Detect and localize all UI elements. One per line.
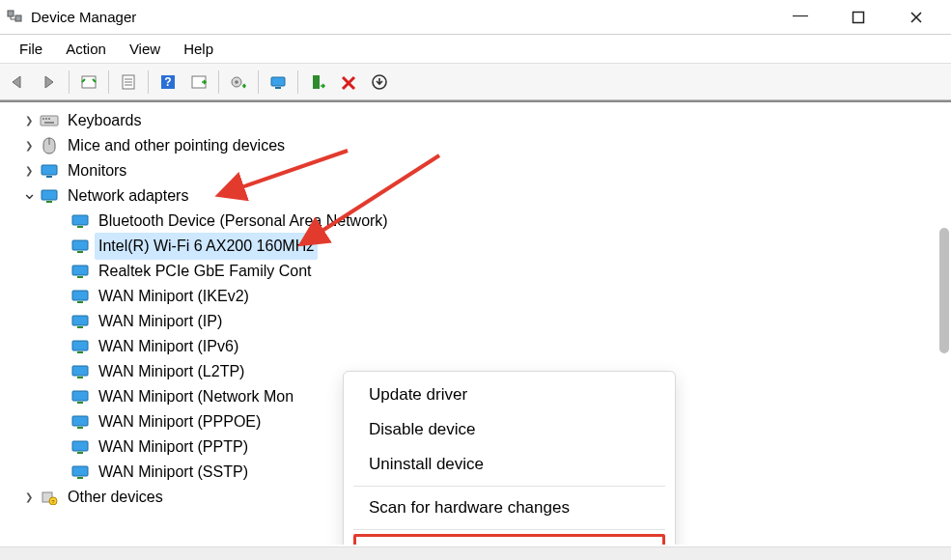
toolbar: ? (0, 64, 951, 100)
network-icon (39, 187, 60, 205)
adapter-label: WAN Miniport (SSTP) (95, 459, 252, 486)
adapter-label: WAN Miniport (Network Mon (95, 383, 297, 410)
category-label: Network adapters (64, 182, 192, 210)
svg-rect-14 (275, 87, 281, 89)
svg-rect-41 (72, 391, 88, 401)
svg-rect-44 (77, 427, 83, 429)
ctx-scan-hardware[interactable]: Scan for hardware changes (344, 490, 675, 525)
svg-rect-32 (77, 276, 83, 278)
network-adapter-icon (70, 263, 91, 280)
menu-view[interactable]: View (118, 37, 172, 61)
svg-rect-19 (45, 118, 47, 120)
close-button[interactable] (887, 0, 945, 35)
ctx-uninstall-device[interactable]: Uninstall device (344, 447, 675, 482)
svg-rect-24 (46, 176, 52, 178)
adapter-item[interactable]: WAN Miniport (IP) (50, 309, 951, 334)
category-label: Other devices (64, 484, 167, 511)
network-adapter-icon (70, 388, 91, 406)
mouse-icon (39, 137, 60, 154)
adapter-label: WAN Miniport (PPTP) (95, 434, 252, 461)
svg-text:?: ? (164, 75, 171, 89)
ctx-separator (353, 486, 665, 487)
enable-device-icon[interactable] (303, 68, 332, 97)
category-mice[interactable]: Mice and other pointing devices (19, 133, 951, 158)
adapter-item[interactable]: WAN Miniport (IPv6) (50, 334, 951, 359)
menu-action[interactable]: Action (54, 37, 118, 61)
maximize-button[interactable] (829, 0, 887, 35)
svg-rect-39 (72, 366, 88, 376)
monitor-icon (39, 162, 60, 180)
remove-device-icon[interactable] (334, 68, 363, 97)
network-adapter-icon (70, 338, 91, 355)
help-icon[interactable]: ? (154, 68, 182, 97)
adapter-item[interactable]: Realtek PCIe GbE Family Cont (50, 259, 951, 284)
ctx-disable-device[interactable]: Disable device (344, 412, 675, 447)
properties-sheet-icon[interactable] (114, 68, 143, 97)
category-network-adapters[interactable]: Network adapters (19, 183, 951, 209)
ctx-properties[interactable]: Properties (353, 534, 665, 545)
adapter-item[interactable]: Intel(R) Wi-Fi 6 AX200 160MHz (50, 234, 951, 259)
svg-rect-13 (271, 77, 285, 86)
network-adapter-icon (70, 288, 91, 305)
toolbar-separator (218, 70, 219, 94)
category-keyboards[interactable]: Keyboards (19, 108, 951, 133)
network-adapter-icon (70, 212, 91, 230)
adapter-item[interactable]: Bluetooth Device (Personal Area Network) (50, 209, 951, 234)
action-list-icon[interactable] (184, 68, 213, 97)
network-adapter-icon (70, 438, 91, 456)
svg-rect-23 (42, 165, 57, 175)
menu-help[interactable]: Help (172, 37, 225, 61)
expand-icon[interactable] (19, 133, 39, 158)
adapter-item[interactable]: WAN Miniport (IKEv2) (50, 284, 951, 309)
svg-rect-25 (42, 190, 57, 200)
network-adapter-icon (70, 463, 91, 481)
expand-icon[interactable] (19, 108, 39, 133)
svg-rect-27 (72, 215, 88, 225)
uninstall-icon[interactable] (365, 68, 394, 97)
forward-arrow-icon[interactable] (35, 68, 64, 97)
menu-file[interactable]: File (8, 37, 54, 61)
svg-rect-33 (72, 291, 88, 300)
svg-point-12 (235, 80, 238, 84)
update-driver-icon[interactable] (224, 68, 253, 97)
expand-icon[interactable] (19, 485, 39, 510)
keyboard-icon (39, 112, 60, 129)
svg-rect-40 (77, 377, 83, 378)
toolbar-separator (69, 70, 70, 94)
network-adapter-icon (70, 363, 91, 380)
menubar: File Action View Help (0, 35, 951, 64)
category-label: Keyboards (64, 107, 146, 134)
svg-rect-1 (15, 15, 21, 21)
collapse-icon[interactable] (19, 183, 39, 209)
category-label: Mice and other pointing devices (64, 132, 289, 159)
svg-rect-43 (72, 416, 88, 426)
network-adapter-icon (70, 413, 91, 431)
svg-rect-18 (42, 118, 44, 120)
adapter-label: Intel(R) Wi-Fi 6 AX200 160MHz (95, 233, 318, 260)
adapter-label: Realtek PCIe GbE Family Cont (95, 258, 316, 285)
svg-rect-35 (72, 316, 88, 325)
window-title: Device Manager (31, 9, 771, 25)
adapter-label: WAN Miniport (IP) (95, 308, 226, 335)
ctx-update-driver[interactable]: Update driver (344, 378, 675, 412)
toolbar-separator (148, 70, 149, 94)
category-monitors[interactable]: Monitors (19, 158, 951, 183)
titlebar: Device Manager (0, 0, 951, 35)
svg-rect-29 (72, 240, 88, 250)
minimize-button[interactable] (771, 0, 829, 35)
scan-hardware-icon[interactable] (264, 68, 293, 97)
svg-rect-37 (72, 341, 88, 350)
network-adapter-icon (70, 238, 91, 255)
vertical-scrollbar-thumb[interactable] (939, 228, 949, 353)
status-bar (0, 546, 951, 560)
svg-rect-47 (72, 466, 88, 476)
other-icon: ? (39, 489, 60, 506)
svg-rect-31 (72, 266, 88, 275)
svg-rect-42 (77, 402, 83, 404)
device-tree-panel: Keyboards Mice and other pointing device… (0, 100, 951, 545)
svg-rect-17 (41, 116, 58, 126)
back-arrow-icon[interactable] (4, 68, 33, 97)
category-label: Monitors (64, 157, 130, 184)
show-hidden-icon[interactable] (74, 68, 103, 97)
svg-rect-46 (77, 452, 83, 454)
